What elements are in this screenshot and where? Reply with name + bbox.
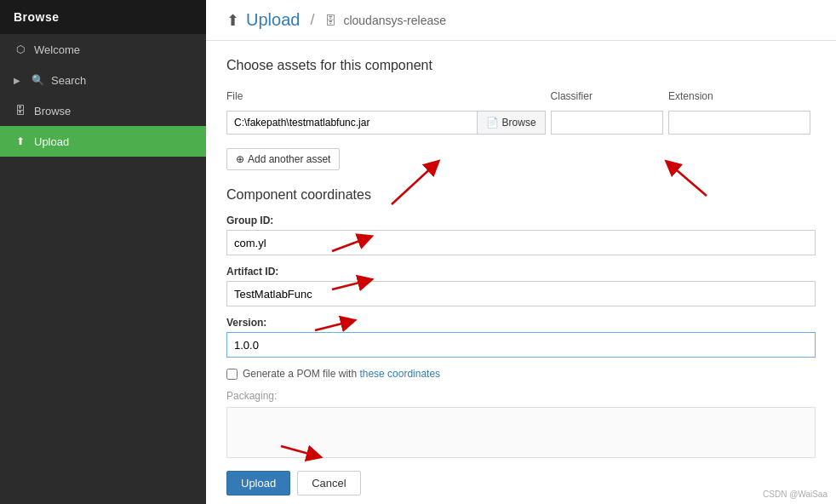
- version-group: Version:: [226, 317, 816, 358]
- version-label: Version:: [226, 317, 816, 329]
- sidebar-header: Browse: [0, 0, 206, 34]
- search-icon: 🔍: [31, 73, 44, 87]
- expand-arrow-icon: ▶: [14, 76, 20, 85]
- file-column-header: File: [226, 87, 551, 107]
- sidebar-item-upload[interactable]: ⬆ Upload: [0, 126, 206, 157]
- page-header: ⬆ Upload / 🗄 cloudansys-release: [206, 0, 836, 41]
- extension-column-header: Extension: [668, 87, 816, 107]
- group-id-label: Group ID:: [226, 215, 816, 226]
- file-browse-icon: 📄: [486, 117, 499, 129]
- file-input-group: 📄 Browse: [226, 111, 546, 135]
- action-buttons: Upload Cancel: [226, 471, 816, 495]
- upload-icon: ⬆: [14, 135, 27, 148]
- sidebar-item-label: Welcome: [34, 43, 80, 56]
- page-title: Upload: [246, 10, 300, 30]
- classifier-column-header: Classifier: [551, 87, 668, 107]
- browse-button[interactable]: 📄 Browse: [477, 111, 546, 135]
- assets-table: File Classifier Extension 📄 Browse: [226, 87, 816, 138]
- header-subtitle: cloudansys-release: [343, 14, 446, 27]
- main-content: ⬆ Upload / 🗄 cloudansys-release Choose a…: [206, 0, 836, 504]
- header-upload-icon: ⬆: [226, 11, 239, 30]
- extension-cell: [668, 107, 816, 138]
- classifier-cell: [551, 107, 668, 138]
- classifier-input[interactable]: [551, 111, 663, 135]
- database-icon: 🗄: [14, 104, 27, 117]
- version-input[interactable]: [226, 332, 816, 358]
- footer-credit: CSDN @WaiSaa: [763, 490, 827, 499]
- sidebar-item-label: Browse: [34, 105, 71, 117]
- upload-submit-button[interactable]: Upload: [226, 471, 290, 495]
- welcome-icon: ⬡: [14, 43, 27, 56]
- artifact-id-input[interactable]: [226, 281, 816, 306]
- coordinates-section-title: Component coordinates: [226, 187, 816, 203]
- sidebar-item-browse[interactable]: 🗄 Browse: [0, 95, 206, 126]
- add-icon: ⊕: [236, 153, 244, 165]
- sidebar-item-label: Search: [51, 74, 86, 87]
- artifact-id-label: Artifact ID:: [226, 266, 816, 278]
- sidebar-item-welcome[interactable]: ⬡ Welcome: [0, 34, 206, 65]
- file-cell: 📄 Browse: [226, 107, 551, 138]
- cancel-button[interactable]: Cancel: [297, 471, 360, 495]
- coordinates-section: Component coordinates Group ID: Artifact…: [226, 187, 816, 495]
- table-row: 📄 Browse: [226, 107, 816, 138]
- group-id-group: Group ID:: [226, 215, 816, 255]
- packaging-label: Packaging:: [226, 390, 816, 402]
- main-body: Choose assets for this component File Cl…: [206, 41, 836, 504]
- pom-checkbox-group: Generate a POM file with these coordinat…: [226, 368, 816, 380]
- pom-link[interactable]: these coordinates: [359, 368, 440, 380]
- pom-checkbox[interactable]: [226, 369, 238, 380]
- pom-checkbox-label: Generate a POM file with these coordinat…: [243, 368, 440, 380]
- header-db-icon: 🗄: [324, 14, 336, 27]
- header-separator: /: [310, 11, 314, 29]
- file-path-input[interactable]: [226, 111, 477, 135]
- assets-section-title: Choose assets for this component: [226, 58, 816, 73]
- artifact-id-group: Artifact ID:: [226, 266, 816, 306]
- extension-input[interactable]: [668, 111, 810, 135]
- sidebar: Browse ⬡ Welcome ▶ 🔍 Search 🗄 Browse ⬆ U…: [0, 0, 206, 504]
- packaging-textarea[interactable]: [226, 407, 816, 458]
- sidebar-item-label: Upload: [34, 135, 69, 148]
- sidebar-item-search[interactable]: ▶ 🔍 Search: [0, 65, 206, 95]
- add-asset-button[interactable]: ⊕ Add another asset: [226, 148, 340, 170]
- group-id-input[interactable]: [226, 230, 816, 255]
